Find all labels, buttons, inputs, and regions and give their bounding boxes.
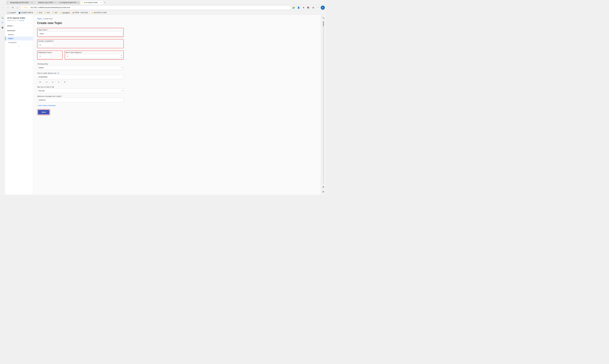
max-size-label: Max size on disk in GB <box>37 86 124 88</box>
app-nav-header: UI for Apache Kafka Version: v0.3.1 ⚠ e7… <box>5 15 33 24</box>
address-bar[interactable]: ⚠ 不安全 | 192.168.1.4:8080/ui/clusters/def… <box>20 5 291 10</box>
bookmark-qiuri[interactable]: 📁 秋日软件库 | Link3 <box>91 11 107 14</box>
replication-input[interactable] <box>38 54 51 59</box>
cleanup-select-wrapper: Delete Compact Delete,Compact <box>37 65 124 70</box>
breadcrumb-separator: / <box>43 18 43 20</box>
add-custom-param-label: + Add Custom Parameter <box>37 105 56 107</box>
nav-item-brokers[interactable]: Brokers <box>5 33 33 37</box>
bookmark-springboot[interactable]: 📁 SpringBoot <box>59 11 71 14</box>
bookmark-csdn-label: CSDN - 专业开发者... <box>75 12 89 14</box>
tab-1-favicon: 📄 <box>8 2 10 3</box>
bookmark-baidu-icon: 🔵 <box>19 12 20 13</box>
bookmark-csdn[interactable]: 🔶 CSDN - 专业开发者... <box>71 11 90 14</box>
new-tab-button[interactable]: + <box>103 1 107 4</box>
scrollbar-track[interactable] <box>323 21 324 184</box>
retain-hint: 7d <box>57 72 59 74</box>
partitions-input[interactable] <box>38 43 53 47</box>
app-nav: UI for Apache Kafka Version: v0.3.1 ⚠ e7… <box>5 15 33 195</box>
retain-field: Time to retain data (in ms) 7d 12h 1d 2d… <box>37 72 124 84</box>
bookmark-qiuri-label: 秋日软件库 | Link3 <box>94 12 107 14</box>
bookmark-chatgpt[interactable]: 💬 ChatGPT <box>6 11 17 14</box>
forward-button[interactable]: → <box>6 5 10 10</box>
cluster-row[interactable]: default ▾ <box>5 24 33 28</box>
tab-2-label: 新增粉丝-消息-CSDN <box>38 1 53 4</box>
browser-sidebar: 🔍 📧 ➕ <box>0 15 5 195</box>
min-sync-spinners: ▲ ▼ <box>120 54 123 58</box>
back-button[interactable]: ← <box>1 5 5 10</box>
preset-12h[interactable]: 12h <box>37 80 43 84</box>
refresh-button[interactable]: ↻ <box>11 5 15 10</box>
replication-label: Replication Factor * <box>38 52 62 53</box>
tab-1[interactable]: 📄 她似晚风般温柔789-CSDN博客 ✕ <box>6 1 35 4</box>
retain-label-row: Time to retain data (in ms) 7d <box>37 72 124 74</box>
profiles-button[interactable]: 👤 <box>297 5 301 10</box>
home-button[interactable]: ⌂ <box>15 5 20 10</box>
tab-2-favicon: 📄 <box>36 2 37 3</box>
tab-2[interactable]: 📄 新增粉丝-消息-CSDN ✕ <box>34 1 57 4</box>
partitions-label: Number of partitions * <box>38 40 123 42</box>
bookmark-wai-gua-icon: 📁 <box>44 12 46 13</box>
bookmark-baidu[interactable]: 🔵 百度翻译-200种语... <box>17 11 35 14</box>
preset-4w[interactable]: 4w <box>62 80 67 84</box>
version-link[interactable]: e75c251 <box>19 20 25 21</box>
right-sidebar: 🔍 ⚙ ⚙ <box>321 15 326 195</box>
bookmark-chatgpt-label: ChatGPT <box>10 12 16 13</box>
sidebar-outlook-icon[interactable]: 📧 <box>0 21 4 25</box>
breadcrumb-topics-link[interactable]: Topics <box>37 18 42 20</box>
breadcrumb-current: Create New <box>44 18 52 20</box>
right-settings2-icon[interactable]: ⚙ <box>321 190 325 194</box>
cleanup-select[interactable]: Delete Compact Delete,Compact <box>37 65 124 70</box>
preset-2d[interactable]: 2d <box>50 80 55 84</box>
tab-1-close[interactable]: ✕ <box>31 2 33 4</box>
min-sync-up[interactable]: ▲ <box>120 54 123 56</box>
edge-profile[interactable]: E <box>321 5 325 10</box>
min-sync-down[interactable]: ▼ <box>120 56 123 58</box>
topic-name-input[interactable] <box>38 31 123 36</box>
min-sync-input[interactable] <box>66 54 123 59</box>
nav-scroll-down[interactable]: ▾ <box>5 45 33 48</box>
app-content: Topics / Create New Create new Topic Top… <box>33 15 321 195</box>
preset-1d[interactable]: 1d <box>44 80 49 84</box>
add-custom-param[interactable]: + Add Custom Parameter <box>37 105 124 107</box>
preset-7d[interactable]: 7d <box>56 80 61 84</box>
nav-item-consumers[interactable]: Consumers <box>5 40 33 44</box>
address-url: 192.168.1.4:8080/ui/clusters/default/top… <box>30 7 289 9</box>
nav-item-dashboard[interactable]: Dashboard <box>5 28 33 33</box>
warning-icon: ⚠ <box>22 7 24 8</box>
tab-4-favicon: ⚡ <box>82 2 83 3</box>
bookmark-wai-gua[interactable]: 📁 外挂 <box>43 11 51 14</box>
bookmark-springboot-icon: 📁 <box>60 12 62 13</box>
tab-4[interactable]: ⚡ UI for Apache Kafka ✕ <box>80 1 103 4</box>
bookmark-frontend[interactable]: 📁 前端 <box>36 11 43 14</box>
tab-4-close[interactable]: ✕ <box>100 2 102 4</box>
address-bar-row: ← → ↻ ⌂ ⚠ 不安全 | 192.168.1.4:8080/ui/clus… <box>0 4 326 11</box>
topic-name-label: Topic Name * <box>38 29 123 31</box>
tab-2-close[interactable]: ✕ <box>54 2 56 4</box>
right-settings-icon[interactable]: ⚙ <box>321 185 325 189</box>
send-button[interactable]: Send <box>38 110 49 115</box>
tab-3[interactable]: 🐳 Compose Docker File ✕ <box>57 1 80 4</box>
retain-input[interactable] <box>37 75 124 79</box>
bookmark-qiuri-icon: 📁 <box>91 12 93 13</box>
bookmark-csdn-icon: 🔶 <box>72 12 74 13</box>
favorites-button[interactable]: ★ <box>301 5 305 10</box>
max-size-select-wrapper: Not Set <box>37 89 124 93</box>
dashboard-label: Dashboard <box>7 30 15 32</box>
max-msg-input[interactable] <box>37 98 124 102</box>
sidebar-add-icon[interactable]: ➕ <box>0 26 4 29</box>
max-size-select[interactable]: Not Set <box>37 89 124 93</box>
tab-4-label: UI for Apache Kafka <box>84 2 99 3</box>
page-title: Create new Topic <box>37 21 317 25</box>
topic-name-field: Topic Name * <box>37 28 124 37</box>
bookmark-chatgpt-icon: 💬 <box>7 12 9 13</box>
collection-button[interactable]: 📚 <box>306 5 310 10</box>
sidebar-toggle[interactable]: ⊞ <box>311 5 315 10</box>
sidebar-search-icon[interactable]: 🔍 <box>0 16 4 20</box>
extensions-button[interactable]: 🧩 <box>292 5 296 10</box>
tab-3-label: Compose Docker File <box>61 2 76 3</box>
nav-item-topics[interactable]: Topics <box>5 37 33 41</box>
tab-3-close[interactable]: ✕ <box>77 2 79 4</box>
more-button[interactable]: ⋯ <box>316 5 320 10</box>
bookmark-todo[interactable]: 📁 待办 <box>51 11 59 14</box>
right-search-icon[interactable]: 🔍 <box>321 16 325 20</box>
